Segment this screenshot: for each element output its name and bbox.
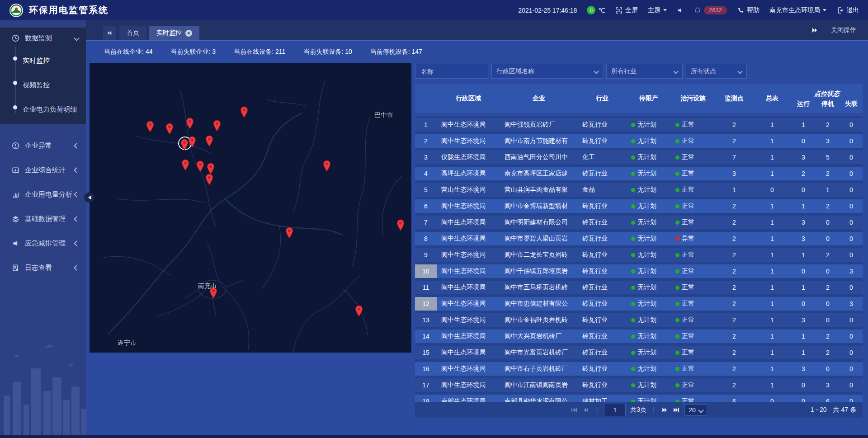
table-row[interactable]: 17阆中生态环境局阆中市江南镇阆南页岩砖瓦行业无计划正常21030 xyxy=(415,378,863,392)
status-dot-icon xyxy=(631,367,635,371)
table-row[interactable]: 8阆中生态环境局阆中市枣碧大梁山页岩砖瓦行业无计划异常21300 xyxy=(415,232,863,245)
cell-region: 仪陇生态环境局 xyxy=(437,153,500,161)
cell-total: 1 xyxy=(753,251,791,259)
sidebar-item-power-analysis[interactable]: 企业用电量分析 xyxy=(0,182,86,207)
name-filter-input[interactable] xyxy=(420,67,483,75)
tabs-scroll-left-button[interactable] xyxy=(103,26,116,40)
cell-total: 1 xyxy=(753,121,791,128)
cell-total: 1 xyxy=(753,381,791,389)
cell-region: 阆中生态环境局 xyxy=(437,349,500,357)
map-pin[interactable] xyxy=(196,160,205,172)
sidebar-item-enterprise-statistics[interactable]: 企业综合统计 xyxy=(0,158,86,182)
cell-industry: 砖瓦行业 xyxy=(578,381,627,389)
name-filter-field[interactable] xyxy=(415,64,488,79)
temperature: 0 ℃ xyxy=(587,6,605,14)
org-name: 南充市生态环境局 xyxy=(769,6,820,14)
table-row[interactable]: 9阆中生态环境局阆中市二龙长宝页岩砖砖瓦行业无计划正常21120 xyxy=(415,248,863,262)
map-pin[interactable] xyxy=(206,162,215,174)
sidebar-item-base-data[interactable]: 基础数据管理 xyxy=(0,207,86,231)
next-page-button[interactable] xyxy=(661,406,668,414)
mute-button[interactable] xyxy=(677,7,684,14)
page-input[interactable] xyxy=(604,404,626,416)
table-row[interactable]: 6阆中生态环境局阆中市金博瑞新型墙材砖瓦行业无计划正常21120 xyxy=(415,199,863,213)
map-pin[interactable] xyxy=(146,120,155,132)
table-row[interactable]: 16阆中生态环境局阆中市石子页岩机砖厂砖瓦行业无计划正常21300 xyxy=(415,362,863,376)
help-button[interactable]: 帮助 xyxy=(737,6,760,14)
table-row[interactable]: 12阆中生态环境局阆中市忠信建材有限公砖瓦行业无计划正常21003 xyxy=(415,297,863,311)
fullscreen-button[interactable]: 全屏 xyxy=(615,6,638,14)
map-pin[interactable] xyxy=(205,135,214,146)
map-pin[interactable] xyxy=(285,226,294,238)
sidebar-subitem[interactable]: 企业电力负荷明细 xyxy=(0,97,86,122)
stat-item: 当前失联设备:10 xyxy=(303,48,352,56)
status-filter-select[interactable]: 所有状态 xyxy=(686,64,747,79)
sidebar-group-data-monitoring: 数据监测实时监控视频监控企业电力负荷明细 xyxy=(0,28,86,124)
table-row[interactable]: 7阆中生态环境局阆中明阳建材有限公司砖瓦行业无计划正常21300 xyxy=(415,216,863,229)
cell-limit-status: 无计划 xyxy=(627,218,671,226)
cell-industry: 砖瓦行业 xyxy=(578,349,627,357)
status-dot-icon xyxy=(675,221,679,225)
total-count-label: 共 47 条 xyxy=(833,406,856,414)
close-icon[interactable]: ✕ xyxy=(185,30,192,37)
map-pin[interactable] xyxy=(396,219,405,231)
table-row[interactable]: 4高坪生态环境局南充市高坪区王家店建砖瓦行业无计划正常31220 xyxy=(415,167,863,180)
stat-label: 当前停机设备: xyxy=(370,48,410,55)
last-page-button[interactable] xyxy=(673,406,680,414)
cell-limit-status: 无计划 xyxy=(627,332,671,340)
table-row[interactable]: 14阆中生态环境局阆中大兴页岩机砖厂砖瓦行业无计划正常21120 xyxy=(415,330,863,343)
sidebar: 数据监测实时监控视频监控企业电力负荷明细企业异常企业综合统计企业用电量分析基础数… xyxy=(0,20,86,438)
sidebar-item-data-monitoring[interactable]: 数据监测 xyxy=(0,28,86,48)
cell-stop: 2 xyxy=(816,203,840,210)
tab-首页[interactable]: 首页 xyxy=(119,26,146,40)
tabs-scroll-right-button[interactable] xyxy=(811,27,818,34)
cell-total: 1 xyxy=(753,203,791,210)
map-pin[interactable] xyxy=(181,159,190,170)
cell-lost: 0 xyxy=(840,284,863,291)
table-row[interactable]: 3仪陇生态环境局西南油气田分公司川中化工无计划正常71350 xyxy=(415,151,863,164)
close-actions-button[interactable]: 关闭操作 xyxy=(831,26,856,34)
table-row[interactable]: 1阆中生态环境局阆中强锐页岩砖厂砖瓦行业无计划正常21120 xyxy=(415,118,863,132)
prev-page-button[interactable] xyxy=(582,406,590,414)
map-pin[interactable] xyxy=(322,160,331,171)
cell-index: 6 xyxy=(415,199,437,213)
map-pin[interactable] xyxy=(188,136,197,147)
sidebar-item-emergency-reduction[interactable]: 应急减排管理 xyxy=(0,231,86,255)
map-panel[interactable]: 巴中市南充市遂宁市 xyxy=(90,63,411,353)
logout-button[interactable]: 退出 xyxy=(836,6,859,14)
table-row[interactable]: 10阆中生态环境局阆中千佛镇五郎垭页岩砖瓦行业无计划正常21003 xyxy=(415,264,863,278)
stat-item: 当前停机设备:147 xyxy=(370,48,422,56)
notifications[interactable]: 2632 xyxy=(694,6,727,14)
map-pin[interactable] xyxy=(212,119,222,131)
cell-index: 1 xyxy=(415,118,437,132)
table-row[interactable]: 13阆中生态环境局阆中市金福旺页岩机砖砖瓦行业无计划正常21300 xyxy=(415,313,863,327)
cell-stop: 2 xyxy=(816,251,840,259)
tab-实时监控[interactable]: 实时监控✕ xyxy=(149,26,199,40)
org-dropdown[interactable]: 南充市生态环境局 xyxy=(769,6,826,14)
table-row[interactable]: 5营山生态环境局营山县润丰肉食品有限食品无计划正常10010 xyxy=(415,183,863,197)
region-filter-select[interactable]: 行政区域名称 xyxy=(491,64,603,79)
panel-collapse-button[interactable] xyxy=(85,193,94,203)
cell-lost: 0 xyxy=(840,219,863,226)
map-pin[interactable] xyxy=(240,106,249,118)
map-pin[interactable] xyxy=(354,305,363,316)
page-size-select[interactable]: 20 xyxy=(684,404,707,416)
table-row[interactable]: 18南部生态环境局南部县砌华水泥有限公建材加工无计划正常60060 xyxy=(415,395,863,402)
theme-dropdown[interactable]: 主题 xyxy=(648,6,667,14)
cell-index: 14 xyxy=(415,330,437,343)
sidebar-subitem[interactable]: 视频监控 xyxy=(0,73,86,97)
notification-count-badge: 2632 xyxy=(704,6,727,14)
table-row[interactable]: 2阆中生态环境局阆中市南方节能建材有砖瓦行业无计划正常21030 xyxy=(415,134,863,148)
sidebar-subitem[interactable]: 实时监控 xyxy=(0,48,86,73)
map-pin[interactable] xyxy=(205,173,214,185)
table-row[interactable]: 15阆中生态环境局阆中市光富页岩机砖厂砖瓦行业无计划正常21120 xyxy=(415,346,863,359)
sidebar-item-enterprise-abnormal[interactable]: 企业异常 xyxy=(0,133,86,158)
table-row[interactable]: 11阆中生态环境局阆中市五马桥页岩机砖砖瓦行业无计划正常21120 xyxy=(415,281,863,294)
cell-stop: 2 xyxy=(816,333,840,340)
cell-total: 1 xyxy=(753,316,791,324)
map-pin[interactable] xyxy=(185,117,194,129)
status-dot-icon xyxy=(631,155,635,160)
map-pin[interactable] xyxy=(165,122,174,134)
sidebar-item-log-view[interactable]: 日志查看 xyxy=(0,255,86,280)
first-page-button[interactable] xyxy=(571,406,578,414)
industry-filter-select[interactable]: 所有行业 xyxy=(606,64,683,79)
